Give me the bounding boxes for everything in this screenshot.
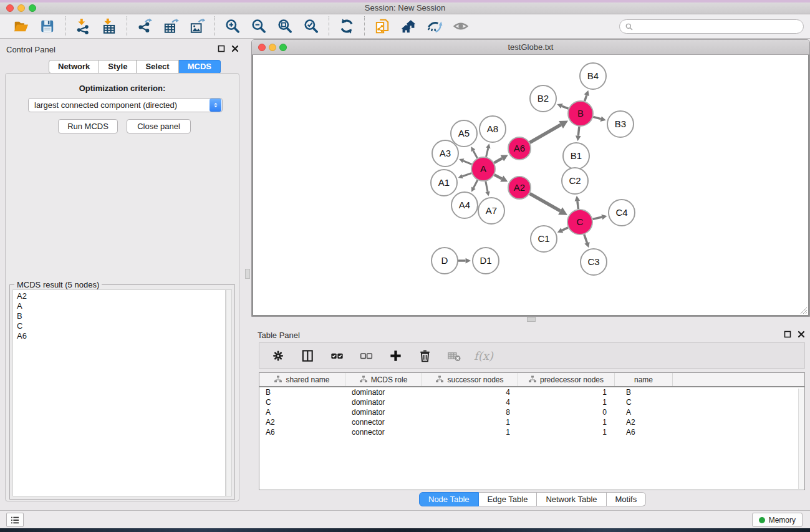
table-row[interactable]: Adominator80A (259, 407, 804, 417)
float-table-panel-icon[interactable] (784, 331, 791, 338)
table-cell[interactable]: connector (345, 417, 422, 427)
table-row[interactable]: Bdominator41B (259, 387, 804, 397)
memory-button[interactable]: Memory (752, 513, 803, 527)
export-table-icon[interactable] (162, 17, 180, 36)
table-cell[interactable]: B (615, 387, 673, 397)
table-cell[interactable]: 1 (518, 417, 615, 427)
zoom-fit-icon[interactable] (276, 17, 294, 36)
tab-network[interactable]: Network (49, 60, 99, 74)
graph-edge-B-B3[interactable] (593, 117, 600, 118)
export-image-icon[interactable] (188, 17, 206, 36)
table-cell[interactable]: 1 (422, 427, 518, 437)
table-cell[interactable]: 1 (518, 397, 615, 407)
zoom-selected-icon[interactable] (302, 17, 321, 36)
mcds-result-list[interactable]: A2ABCA6 (12, 289, 226, 496)
float-panel-icon[interactable] (218, 45, 225, 52)
column-header-MCDS-role[interactable]: MCDS role (345, 373, 422, 386)
table-cell[interactable]: A6 (615, 427, 673, 437)
mcds-list-scrollbar[interactable] (226, 289, 232, 496)
tab-node-table[interactable]: Node Table (419, 492, 479, 506)
deselect-all-icon[interactable] (357, 346, 375, 365)
graph-edge-B-B4[interactable] (585, 95, 587, 101)
table-cell[interactable]: A2 (259, 417, 345, 427)
table-cell[interactable]: 4 (422, 397, 518, 407)
tab-select[interactable]: Select (137, 60, 178, 74)
tab-mcds[interactable]: MCDS (179, 60, 221, 74)
table-cell[interactable]: C (259, 397, 345, 407)
table-cell[interactable]: connector (345, 427, 422, 437)
resize-grip-icon[interactable] (799, 306, 808, 314)
graph-edge-A-A4[interactable] (473, 180, 477, 188)
network-view-window[interactable]: testGlobe.txt B4B2BB3B1A5A8A6A3AA1A2C2A4… (251, 39, 810, 317)
task-history-button[interactable] (6, 513, 24, 527)
column-header-predecessor-nodes[interactable]: predecessor nodes (518, 373, 615, 386)
graph-edge-A-A7[interactable] (486, 181, 488, 192)
column-header-name[interactable]: name (615, 373, 673, 386)
graph-edge-A2-C[interactable] (530, 193, 561, 211)
table-cell[interactable]: A2 (615, 417, 673, 427)
tab-edge-table[interactable]: Edge Table (479, 492, 538, 506)
close-table-panel-icon[interactable] (798, 331, 805, 338)
graph-edge-B-B1[interactable] (578, 127, 579, 136)
zoom-in-icon[interactable] (223, 17, 242, 36)
graph-edge-C-C4[interactable] (592, 217, 602, 219)
table-row[interactable]: A6connector11A6 (259, 427, 804, 437)
close-panel-icon[interactable] (231, 45, 239, 52)
tab-motifs[interactable]: Motifs (607, 492, 647, 506)
column-header-successor-nodes[interactable]: successor nodes (422, 373, 518, 386)
table-cell[interactable]: A6 (259, 427, 345, 437)
column-header-shared-name[interactable]: shared name (259, 373, 345, 386)
add-column-icon[interactable] (386, 346, 405, 365)
mcds-result-item[interactable]: C (13, 321, 225, 331)
table-cell[interactable]: A (259, 407, 345, 417)
run-mcds-button[interactable]: Run MCDS (58, 119, 118, 133)
table-cell[interactable]: dominator (345, 387, 422, 397)
graph-edge-B-B2[interactable] (562, 106, 568, 109)
table-cell[interactable]: C (615, 397, 673, 407)
mcds-result-item[interactable]: A (13, 301, 225, 311)
graph-edge-A-A1[interactable] (462, 173, 471, 177)
save-session-icon[interactable] (38, 17, 57, 36)
select-all-icon[interactable] (327, 346, 346, 365)
home-icon[interactable] (399, 17, 418, 36)
show-all-icon[interactable] (451, 17, 470, 36)
table-scrollbar[interactable] (798, 389, 804, 489)
delete-icon[interactable] (415, 346, 434, 365)
mcds-result-item[interactable]: A6 (13, 331, 225, 341)
table-cell[interactable]: 1 (518, 387, 615, 397)
table-cell[interactable]: B (259, 387, 345, 397)
hide-selected-icon[interactable] (425, 17, 444, 36)
graph-edge-A-A3[interactable] (463, 161, 472, 165)
settings-icon[interactable] (269, 346, 287, 365)
graph-edge-A-A2[interactable] (494, 175, 502, 178)
table-row[interactable]: A2connector11A2 (259, 417, 804, 427)
graph-edge-A-A5[interactable] (473, 150, 478, 158)
mcds-result-item[interactable]: A2 (13, 291, 225, 301)
split-columns-icon[interactable] (298, 346, 317, 365)
search-box[interactable] (619, 19, 804, 34)
network-from-selection-icon[interactable] (373, 17, 392, 36)
mcds-result-item[interactable]: B (13, 311, 225, 321)
tab-network-table[interactable]: Network Table (537, 492, 606, 506)
network-canvas[interactable]: B4B2BB3B1A5A8A6A3AA1A2C2A4A7C4CC1C3DD1 (252, 55, 809, 316)
graph-edge-C-C3[interactable] (584, 235, 587, 243)
node-table[interactable]: shared nameMCDS rolesuccessor nodesprede… (259, 372, 805, 490)
table-cell[interactable]: 4 (422, 387, 518, 397)
table-cell[interactable]: 8 (422, 407, 518, 417)
export-network-icon[interactable] (135, 17, 154, 36)
close-panel-button[interactable]: Close panel (127, 119, 191, 133)
vertical-split-handle[interactable] (245, 269, 250, 279)
graph-edge-A-A6[interactable] (494, 158, 502, 163)
table-cell[interactable]: A (615, 407, 673, 417)
table-cell[interactable]: dominator (345, 407, 422, 417)
tab-style[interactable]: Style (99, 60, 137, 74)
search-input[interactable] (637, 21, 798, 32)
refresh-icon[interactable] (337, 17, 356, 36)
network-graph[interactable]: B4B2BB3B1A5A8A6A3AA1A2C2A4A7C4CC1C3DD1 (253, 55, 808, 315)
table-cell[interactable]: dominator (345, 397, 422, 407)
window-titlebar[interactable]: Session: New Session (0, 2, 810, 14)
graph-edge-A-A8[interactable] (486, 148, 488, 157)
table-cell[interactable]: 1 (518, 427, 615, 437)
import-table-icon[interactable] (100, 17, 118, 36)
graph-edge-A6-B[interactable] (529, 125, 561, 143)
